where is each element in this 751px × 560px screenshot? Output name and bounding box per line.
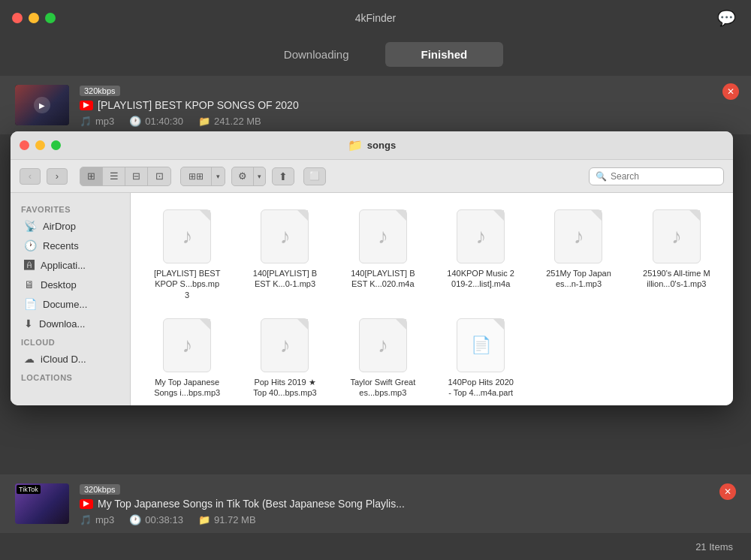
finder-close-button[interactable] [20,140,29,150]
file-name-8: Pop Hits 2019 ★ Top 40...bps.mp3 [251,377,318,399]
finder-files-grid: ♪ [PLAYLIST] BEST KPOP S...bps.mp3 ♪ 140… [131,193,733,405]
file-item-5[interactable]: ♪ 251My Top Japanes...n-1.mp3 [534,205,623,305]
tab-finished[interactable]: Finished [385,42,504,67]
file-icon-8: ♪ [261,318,309,372]
tiktok-badge: TikTok [17,485,41,494]
file-name-7: My Top Japanese Songs i...bps.mp3 [153,377,221,399]
file-item-7[interactable]: ♪ My Top Japanese Songs i...bps.mp3 [143,314,231,403]
file-icon-7: ♪ [163,318,211,372]
top-download-item: ▶ 320kbps [PLAYLIST] BEST KPOP SONGS OF … [0,76,751,134]
finder-window: 📁 songs ‹ › ⊞ ☰ ⊟ ⊡ ⊞⊞ ▾ ⚙ ▾ ⬆ ⬜ [11,131,733,405]
top-duration-text: 01:40:30 [145,116,183,127]
close-button[interactable] [12,13,23,23]
bottom-size: 📁 91.72 MB [198,514,256,525]
tag-button[interactable]: ⬜ [303,167,326,185]
finder-toolbar: ‹ › ⊞ ☰ ⊟ ⊡ ⊞⊞ ▾ ⚙ ▾ ⬆ ⬜ 🔍 [11,160,733,193]
sidebar-item-downloads[interactable]: ⬇ Downloa... [14,314,127,333]
top-close-button[interactable]: ✕ [722,83,739,100]
tab-downloading[interactable]: Downloading [248,42,385,67]
bottom-close-button[interactable]: ✕ [719,483,736,500]
action-arrow-icon[interactable]: ▾ [253,167,265,185]
chat-icon[interactable]: 💬 [717,9,736,27]
partial-icon: 📄 [471,337,491,354]
file-icon-6: ♪ [653,209,701,263]
music-note-icon-1: ♪ [182,226,192,247]
sidebar-airdrop-label: AirDrop [43,221,76,232]
action-button[interactable]: ⚙ ▾ [231,167,266,186]
top-download-title: [PLAYLIST] BEST KPOP SONGS OF 2020 [80,99,736,111]
file-icon-1: ♪ [163,209,211,263]
sidebar-item-icloud[interactable]: ☁ iCloud D... [14,349,127,369]
sidebar-item-documents[interactable]: 📄 Docume... [14,294,127,314]
file-item-4[interactable]: ♪ 140KPOP Music 2019-2...list].m4a [436,205,525,305]
search-input[interactable] [611,171,716,182]
view-icon-button[interactable]: ⊞ [80,167,103,185]
finder-folder-title: 📁 songs [348,138,396,152]
desktop-icon: 🖥 [24,278,35,291]
youtube-icon [80,101,93,110]
group-main[interactable]: ⊞⊞ [181,167,211,185]
group-arrow-icon[interactable]: ▾ [211,167,225,185]
thumb-play-icon: ▶ [34,97,50,113]
file-name-2: 140[PLAYLIST] BEST K...0-1.mp3 [251,268,318,290]
top-format-text: mp3 [95,116,114,127]
view-buttons: ⊞ ☰ ⊟ ⊡ [80,167,171,186]
view-column-button[interactable]: ⊟ [125,167,148,185]
folder-icon: 📁 [348,138,363,152]
top-format: 🎵 mp3 [80,116,114,127]
view-list-button[interactable]: ☰ [103,167,125,185]
file-item-8[interactable]: ♪ Pop Hits 2019 ★ Top 40...bps.mp3 [240,314,329,403]
finder-titlebar: 📁 songs [11,131,733,160]
top-download-thumbnail: ▶ [15,85,69,125]
sidebar-recents-label: Recents [43,240,79,251]
sidebar-item-airdrop[interactable]: 📡 AirDrop [14,216,127,236]
file-item-10[interactable]: 📄 140Pop Hits 2020 - Top 4...m4a.part [436,314,525,403]
bottom-download-thumbnail: TikTok [15,483,69,524]
finder-minimize-button[interactable] [35,140,45,150]
bottom-format-text: mp3 [95,514,114,525]
finder-folder-name: songs [367,140,396,151]
recents-icon: 🕐 [24,239,37,251]
close-icon: ✕ [724,486,731,497]
file-item-9[interactable]: ♪ Taylor Swift Greates...bps.mp3 [339,314,427,403]
file-item-2[interactable]: ♪ 140[PLAYLIST] BEST K...0-1.mp3 [240,205,329,305]
tabs-bar: Downloading Finished [0,36,751,76]
items-count: 21 Items [695,541,733,552]
file-name-10: 140Pop Hits 2020 - Top 4...m4a.part [447,377,514,399]
sidebar-item-applications[interactable]: 🅰 Applicati... [14,255,127,275]
file-icon-3: ♪ [359,209,407,263]
bottom-format: 🎵 mp3 [80,514,114,525]
app-title: 4kFinder [355,12,396,24]
top-download-meta: 🎵 mp3 🕐 01:40:30 📁 241.22 MB [80,116,736,127]
finder-maximize-button[interactable] [51,140,61,150]
status-bar: 21 Items [0,533,751,560]
gear-icon[interactable]: ⚙ [232,167,253,185]
search-box[interactable]: 🔍 [589,167,724,185]
share-button[interactable]: ⬆ [272,167,294,185]
group-button[interactable]: ⊞⊞ ▾ [180,167,225,186]
sidebar-applications-label: Applicati... [41,260,86,271]
bottom-duration-icon: 🕐 [129,514,141,525]
file-icon-2: ♪ [261,209,309,263]
file-icon-10: 📄 [457,318,505,372]
locations-label: Locations [11,369,130,384]
file-name-6: 25190's All-time Million...0's-1.mp3 [643,268,710,290]
view-gallery-button[interactable]: ⊡ [148,167,170,185]
file-item-1[interactable]: ♪ [PLAYLIST] BEST KPOP S...bps.mp3 [143,205,231,305]
app-window: 4kFinder 💬 Downloading Finished ▶ 320kbp… [0,0,751,134]
icloud-label: iCloud [11,333,130,349]
file-item-3[interactable]: ♪ 140[PLAYLIST] BEST K...020.m4a [339,205,427,305]
back-button[interactable]: ‹ [20,168,41,185]
search-icon: 🔍 [596,171,607,182]
forward-button[interactable]: › [47,168,68,185]
sidebar-item-desktop[interactable]: 🖥 Desktop [14,275,127,294]
file-name-5: 251My Top Japanes...n-1.mp3 [544,268,612,290]
maximize-button[interactable] [45,13,56,23]
top-size: 📁 241.22 MB [198,116,261,127]
thumb-image-top: ▶ [15,85,69,125]
minimize-button[interactable] [29,13,39,23]
sidebar-item-recents[interactable]: 🕐 Recents [14,236,127,255]
documents-icon: 📄 [24,298,37,310]
file-item-6[interactable]: ♪ 25190's All-time Million...0's-1.mp3 [632,205,721,305]
bottom-title-text: My Top Japanese Songs in Tik Tok (Best J… [98,498,405,510]
